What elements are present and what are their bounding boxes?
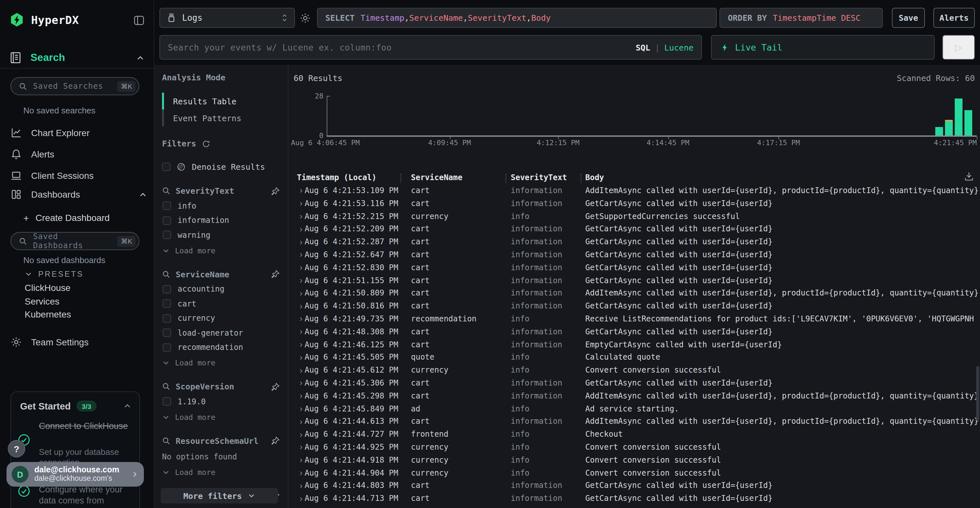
chevron-up-icon[interactable]	[139, 190, 147, 198]
table-row[interactable]: Aug 6 4:21:52.215 PMcurrencyinfoGetSuppo…	[288, 210, 980, 223]
facet-option-warning[interactable]: warning	[162, 230, 280, 240]
denoise-results-option[interactable]: Denoise Results	[162, 162, 280, 172]
sidebar-item-team-settings[interactable]: Team Settings	[10, 335, 147, 349]
column-header-severitytext[interactable]: SeverityText	[511, 173, 567, 182]
table-row[interactable]: Aug 6 4:21:48.308 PMcartinformationGetCa…	[288, 326, 980, 339]
table-row[interactable]: Aug 6 4:21:45.849 PMadinfoAd service sta…	[288, 403, 980, 416]
row-expand-chevron-icon[interactable]	[297, 431, 305, 438]
facet-option-info[interactable]: info	[162, 201, 280, 210]
row-expand-chevron-icon[interactable]	[297, 341, 305, 349]
row-expand-chevron-icon[interactable]	[297, 418, 305, 425]
row-expand-chevron-icon[interactable]	[297, 264, 305, 271]
row-expand-chevron-icon[interactable]	[297, 252, 305, 259]
preset-clickhouse[interactable]: ClickHouse	[25, 281, 147, 295]
table-row[interactable]: Aug 6 4:21:52.287 PMcartinformationGetCa…	[288, 236, 980, 249]
row-expand-chevron-icon[interactable]	[297, 316, 305, 323]
sidebar-item-alerts[interactable]: Alerts	[10, 143, 147, 165]
preset-kubernetes[interactable]: Kubernetes	[25, 308, 147, 321]
histogram-bar-info[interactable]	[945, 121, 953, 135]
user-account-tooltip[interactable]: D dale@clickhouse.com dale@clickhouse.co…	[6, 462, 144, 487]
facet-option-accounting[interactable]: accounting	[162, 284, 280, 294]
sql-toggle[interactable]: SQL	[635, 43, 650, 52]
analysis-mode-tab-event-patterns[interactable]: Event Patterns	[162, 110, 280, 126]
row-expand-chevron-icon[interactable]	[297, 200, 305, 207]
checkbox[interactable]	[163, 231, 171, 239]
run-query-play-button[interactable]: ▷	[942, 35, 975, 60]
more-filters-button[interactable]: More filters	[161, 488, 278, 503]
select-clause-input[interactable]: SELECT Timestamp,ServiceName,SeverityTex…	[317, 8, 717, 28]
facet-option-1-19-0[interactable]: 1.19.0	[162, 397, 280, 406]
row-expand-chevron-icon[interactable]	[297, 213, 305, 220]
pin-icon[interactable]	[271, 382, 280, 391]
refresh-icon[interactable]	[201, 139, 210, 148]
load-more-button[interactable]: Load more	[162, 467, 280, 476]
checkbox[interactable]	[163, 343, 171, 351]
table-row[interactable]: Aug 6 4:21:45.612 PMcurrencyinfoConvert …	[288, 364, 980, 377]
table-row[interactable]: Aug 6 4:21:53.109 PMcartinformationAddIt…	[288, 185, 980, 198]
row-expand-chevron-icon[interactable]	[297, 239, 305, 246]
table-row[interactable]: Aug 6 4:21:45.505 PMquoteinfoCalculated …	[288, 351, 980, 365]
histogram-bar-warning[interactable]	[945, 120, 953, 121]
row-expand-chevron-icon[interactable]	[297, 495, 305, 503]
load-more-button[interactable]: Load more	[162, 358, 280, 367]
column-header-timestamp-local-[interactable]: Timestamp (Local)	[297, 173, 377, 182]
column-header-body[interactable]: Body	[585, 173, 604, 182]
table-row[interactable]: Aug 6 4:21:52.647 PMcartinformationGetCa…	[288, 249, 980, 262]
row-expand-chevron-icon[interactable]	[297, 329, 305, 336]
table-row[interactable]: Aug 6 4:21:44.727 PMfrontendinfoCheckout	[288, 428, 980, 441]
live-tail-button[interactable]: Live Tail	[711, 35, 935, 60]
analysis-mode-tab-results-table[interactable]: Results Table	[162, 93, 280, 110]
table-row[interactable]: Aug 6 4:21:46.125 PMcartinformationEmpty…	[288, 338, 980, 351]
row-expand-chevron-icon[interactable]	[297, 457, 305, 464]
row-expand-chevron-icon[interactable]	[297, 187, 305, 195]
row-expand-chevron-icon[interactable]	[297, 470, 305, 477]
table-row[interactable]: Aug 6 4:21:45.298 PMcartinformationAddIt…	[288, 390, 980, 403]
column-resize-handle[interactable]	[401, 174, 401, 183]
row-expand-chevron-icon[interactable]	[297, 483, 305, 489]
facet-option-load-generator[interactable]: load-generator	[162, 328, 280, 337]
get-started-item-done[interactable]: Connect to ClickHouse	[39, 421, 131, 432]
table-row[interactable]: Aug 6 4:21:52.209 PMcartinformationGetCa…	[288, 223, 980, 236]
row-expand-chevron-icon[interactable]	[297, 444, 305, 451]
search-icon[interactable]	[162, 382, 170, 391]
table-row[interactable]: Aug 6 4:21:45.306 PMcartinformationGetCa…	[288, 377, 980, 390]
row-expand-chevron-icon[interactable]	[297, 380, 305, 387]
column-header-servicename[interactable]: ServiceName	[411, 173, 463, 182]
facet-option-recommendation[interactable]: recommendation	[162, 343, 280, 352]
event-search-input[interactable]: Search your events w/ Lucene ex. column:…	[159, 35, 702, 60]
facet-option-currency[interactable]: currency	[162, 314, 280, 323]
column-resize-handle[interactable]	[506, 174, 506, 183]
table-row[interactable]: Aug 6 4:21:50.816 PMcartinformationGetCa…	[288, 300, 980, 313]
order-by-input[interactable]: ORDER BY TimestampTime DESC	[719, 8, 883, 28]
source-select[interactable]: Logs	[159, 8, 295, 28]
checkbox[interactable]	[163, 216, 171, 224]
facet-option-information[interactable]: information	[162, 216, 280, 225]
help-button[interactable]: ?	[8, 440, 25, 457]
sidebar-section-search[interactable]: Search	[9, 51, 145, 65]
load-more-button[interactable]: Load more	[162, 246, 280, 255]
histogram-bar-info[interactable]	[935, 127, 943, 135]
table-row[interactable]: Aug 6 4:21:51.155 PMcartinformationGetCa…	[288, 275, 980, 287]
row-expand-chevron-icon[interactable]	[297, 303, 305, 310]
row-expand-chevron-icon[interactable]	[297, 226, 305, 233]
table-row[interactable]: Aug 6 4:21:44.713 PMcartinformationGetCa…	[288, 492, 980, 505]
row-expand-chevron-icon[interactable]	[297, 277, 305, 284]
scrollbar-thumb[interactable]	[976, 366, 979, 421]
checkbox[interactable]	[163, 329, 171, 337]
chevron-up-icon[interactable]	[123, 402, 132, 410]
row-expand-chevron-icon[interactable]	[297, 290, 305, 297]
histogram-bar-info[interactable]	[955, 99, 963, 135]
save-button[interactable]: Save	[892, 8, 925, 28]
get-started-item[interactable]: Configure where your data comes from	[39, 484, 136, 506]
sidebar-item-dashboards[interactable]: Dashboards	[10, 187, 147, 202]
search-icon[interactable]	[162, 270, 170, 278]
table-row[interactable]: Aug 6 4:21:44.803 PMcartinformationGetCa…	[288, 480, 980, 493]
sidebar-item-chart-explorer[interactable]: Chart Explorer	[10, 122, 147, 143]
load-more-button[interactable]: Load more	[162, 413, 280, 422]
lucene-toggle[interactable]: Lucene	[664, 43, 694, 52]
search-icon[interactable]	[162, 187, 170, 195]
table-row[interactable]: Aug 6 4:21:44.918 PMcurrencyinfoConvert …	[288, 454, 980, 467]
checkbox[interactable]	[163, 397, 171, 406]
pin-icon[interactable]	[271, 186, 280, 195]
checkbox[interactable]	[163, 285, 171, 293]
